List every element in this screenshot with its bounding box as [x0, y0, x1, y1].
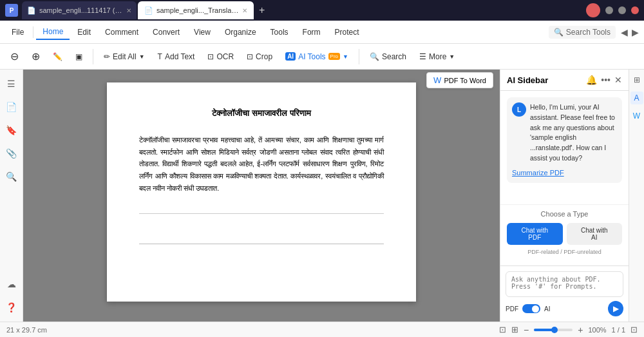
zoom-in-status[interactable]: +	[578, 325, 583, 335]
tab-pdf1[interactable]: 📄 sample_engli...111417 (2).pdf ✕	[22, 1, 137, 19]
search-button[interactable]: 🔍 Search	[365, 50, 412, 64]
summarize-link[interactable]: Summarize PDF	[512, 169, 564, 177]
sidebar-icon-menu[interactable]: ☰	[3, 75, 21, 93]
sidebar-icon-page[interactable]: 📄	[3, 98, 21, 116]
tab2-pdf-icon: 📄	[144, 6, 153, 15]
tab1-label: sample_engli...111417 (2).pdf	[39, 6, 123, 14]
more-dropdown-icon: ▼	[449, 53, 455, 60]
zoom-level: 100%	[588, 326, 606, 334]
menu-convert[interactable]: Convert	[146, 25, 186, 39]
menu-comment[interactable]: Comment	[99, 25, 145, 39]
panel-icon2[interactable]: A	[630, 91, 643, 104]
status-icon2[interactable]: ⊞	[511, 325, 518, 334]
fit-icon[interactable]: ⊡	[630, 325, 638, 334]
maximize-button[interactable]	[618, 6, 626, 14]
ai-chat-content: L Hello, I'm Lumi, your AI assistant. Pl…	[500, 91, 629, 204]
ai-input-field[interactable]	[506, 271, 623, 297]
highlight-button[interactable]: ✏️	[48, 50, 68, 64]
pdf-title: टेक्नोलॉजीचा समाजावरील परिणाम	[139, 108, 384, 119]
page-dimensions: 21 x 29.7 cm	[6, 326, 47, 334]
send-button[interactable]: ▶	[608, 301, 623, 316]
ai-sidebar-header: AI Sidebar 🔔 ••• ✕	[500, 70, 629, 91]
pdf-to-word-icon: W	[433, 75, 441, 85]
tab-pdf2[interactable]: 📄 sample_engli..._Translate.pdf ✕	[138, 1, 254, 19]
minimize-button[interactable]	[605, 6, 613, 14]
app-icon: P	[5, 4, 18, 17]
zoom-out-button[interactable]: ⊖	[5, 48, 24, 65]
add-text-icon: T	[158, 52, 162, 61]
search-label: Search	[382, 52, 406, 61]
menu-edit[interactable]: Edit	[71, 25, 97, 39]
edit-all-label: Edit All	[113, 52, 137, 61]
pdf-page: टेक्नोलॉजीचा समाजावरील परिणाम टेक्नॉलॉजी…	[107, 82, 416, 302]
ai-message-text: Hello, I'm Lumi, your AI assistant. Plea…	[530, 102, 617, 164]
tab2-close[interactable]: ✕	[242, 7, 247, 14]
pdf-to-word-label: PDF To Word	[444, 77, 486, 84]
chat-with-ai-button[interactable]: Chat with AI	[567, 223, 623, 245]
menu-organize[interactable]: Organize	[218, 25, 263, 39]
ai-tools-button[interactable]: AI AI Tools Pro ▼	[280, 50, 354, 64]
close-sidebar-icon[interactable]: ✕	[614, 75, 622, 85]
search-tools-bar[interactable]: 🔍 Search Tools	[549, 26, 616, 39]
more-icon: ☰	[419, 52, 426, 61]
title-bar-right	[586, 3, 639, 17]
close-button[interactable]	[631, 6, 639, 14]
zoom-slider[interactable]	[534, 329, 573, 331]
ocr-button[interactable]: ⊡ OCR	[202, 50, 239, 64]
ai-message-bubble: L Hello, I'm Lumi, your AI assistant. Pl…	[507, 97, 622, 183]
ai-header-icons: 🔔 ••• ✕	[586, 75, 622, 85]
edit-all-button[interactable]: ✏ Edit All ▼	[99, 50, 150, 64]
pdf-viewer: W PDF To Word टेक्नोलॉजीचा समाजावरील परि…	[23, 70, 500, 322]
zoom-out-status[interactable]: −	[524, 325, 529, 335]
add-text-button[interactable]: T Add Text	[153, 50, 200, 64]
menu-tools[interactable]: Tools	[264, 25, 295, 39]
crop-icon: ⊡	[247, 52, 253, 61]
more-button[interactable]: ☰ More ▼	[414, 50, 460, 64]
more-options-icon[interactable]: •••	[601, 75, 611, 85]
tab2-label: sample_engli..._Translate.pdf	[156, 6, 239, 14]
nav-forward[interactable]: ▶	[632, 27, 639, 37]
sidebar-icon-layers[interactable]: ☁	[3, 275, 21, 293]
sidebar-icon-search[interactable]: 🔍	[3, 168, 21, 186]
highlight-icon: ✏️	[53, 52, 62, 61]
ocr-label: OCR	[216, 52, 234, 61]
menu-protect[interactable]: Protect	[328, 25, 366, 39]
sidebar-icon-attachment[interactable]: 📎	[3, 144, 21, 162]
status-bar: 21 x 29.7 cm ⊡ ⊞ − + 100% 1 / 1 ⊡	[0, 322, 644, 337]
chat-with-pdf-button[interactable]: Chat with PDF	[507, 223, 563, 245]
search-icon: 🔍	[370, 52, 379, 61]
zoom-knob	[551, 327, 558, 333]
menu-view[interactable]: View	[187, 25, 217, 39]
crop-label: Crop	[256, 52, 272, 61]
title-bar: P 📄 sample_engli...111417 (2).pdf ✕ 📄 sa…	[0, 0, 644, 21]
send-icon: ▶	[613, 304, 619, 313]
file-menu[interactable]: File	[5, 25, 30, 39]
edit-icon: ✏	[104, 52, 110, 61]
menu-bar: File Home Edit Comment Convert View Orga…	[0, 21, 644, 44]
notification-icon[interactable]: 🔔	[586, 75, 597, 85]
pdf-ai-toggle[interactable]	[522, 304, 540, 313]
tab1-close[interactable]: ✕	[126, 7, 131, 14]
zoom-in-button[interactable]: ⊕	[26, 48, 45, 65]
ai-toggle-label: AI	[544, 305, 550, 313]
sidebar-icon-question[interactable]: ❓	[3, 298, 21, 316]
toggle-knob	[532, 305, 539, 313]
shape-button[interactable]: ▣	[70, 50, 88, 64]
panel-icon3[interactable]: W	[630, 110, 643, 122]
add-tab-button[interactable]: +	[255, 5, 269, 16]
pdf-to-word-button[interactable]: W PDF To Word	[426, 72, 493, 88]
sidebar-icon-bookmark[interactable]: 🔖	[3, 121, 21, 139]
panel-icon1[interactable]: ⊞	[630, 73, 643, 86]
choose-type-section: Choose a Type Chat with PDF Chat with AI…	[500, 204, 629, 265]
zoom-in-icon: ⊕	[32, 50, 40, 63]
status-icon1[interactable]: ⊡	[499, 325, 506, 334]
more-label: More	[429, 52, 446, 61]
avatar	[586, 3, 600, 17]
zoom-fill	[534, 329, 553, 331]
nav-back[interactable]: ◀	[621, 27, 628, 37]
crop-button[interactable]: ⊡ Crop	[242, 50, 278, 64]
menu-home[interactable]: Home	[36, 24, 70, 40]
menu-form[interactable]: Form	[296, 25, 327, 39]
edit-all-dropdown-icon: ▼	[139, 53, 145, 60]
type-buttons: Chat with PDF Chat with AI	[507, 223, 622, 245]
